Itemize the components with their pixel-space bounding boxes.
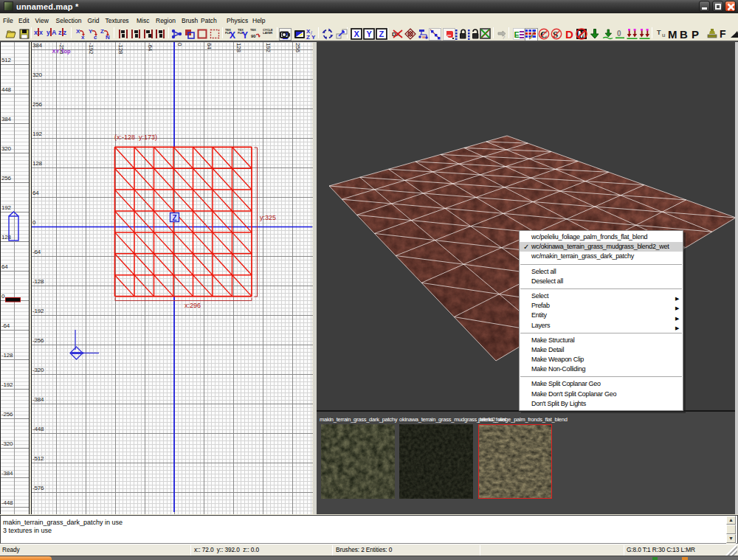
- svg-text:Y: Y: [311, 34, 316, 40]
- svg-text:T: T: [657, 29, 661, 36]
- svg-text:90: 90: [251, 34, 256, 38]
- svg-text:x:296: x:296: [184, 302, 201, 309]
- svg-text:c: c: [94, 34, 97, 40]
- svg-text:N: N: [106, 34, 110, 40]
- svg-text:Y: Y: [242, 30, 248, 40]
- svg-text:x: x: [81, 34, 85, 40]
- svg-text:Z: Z: [172, 214, 176, 222]
- svg-text:0: 0: [617, 30, 621, 38]
- svg-text:D: D: [565, 28, 573, 40]
- svg-text:Y: Y: [89, 28, 93, 35]
- svg-text:Z: Z: [100, 28, 104, 35]
- svg-text:X: X: [230, 30, 235, 40]
- svg-text:X: X: [76, 28, 80, 35]
- svg-text:?: ?: [502, 34, 506, 40]
- svg-text:E: E: [514, 30, 520, 39]
- svg-text:w: w: [421, 35, 426, 39]
- svg-text:Z: Z: [379, 30, 384, 38]
- svg-text:Y: Y: [367, 30, 373, 38]
- svg-text:Z: Z: [306, 34, 310, 40]
- svg-text:TEX: TEX: [250, 28, 256, 32]
- svg-text:LAYER: LAYER: [263, 31, 273, 35]
- svg-text:u: u: [662, 32, 665, 38]
- svg-text:X: X: [354, 30, 360, 38]
- svg-text:(x:-128 y:173): (x:-128 y:173): [114, 134, 157, 141]
- svg-text:y:325: y:325: [260, 214, 276, 221]
